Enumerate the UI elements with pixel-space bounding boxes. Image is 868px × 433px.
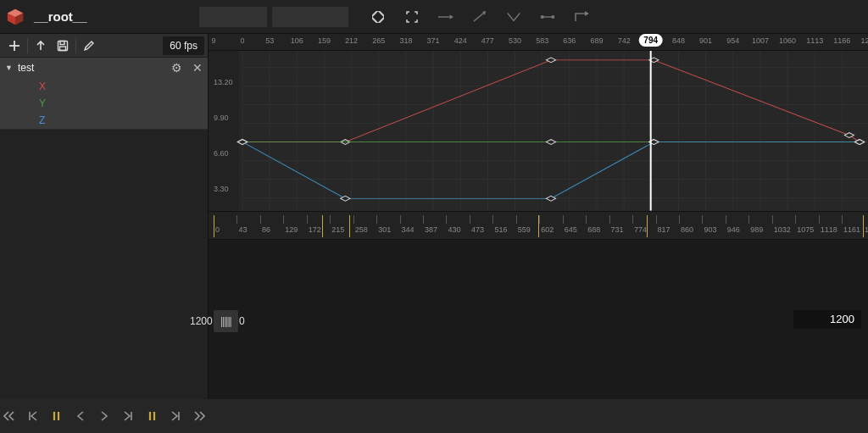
svg-rect-54 [546, 140, 555, 145]
chevron-down-icon: ▼ [5, 64, 13, 72]
sidebar: 60 fps ▼ test ⚙ ✕ X Y Z [0, 34, 209, 399]
tangent-step-out-icon[interactable] [574, 9, 589, 25]
track-axis-z[interactable]: Z [0, 112, 208, 129]
svg-rect-12 [60, 41, 64, 44]
keyframe-icon[interactable] [370, 9, 386, 25]
bottom-bar [0, 399, 868, 433]
tangent-step-in-icon[interactable] [540, 9, 555, 25]
edit-icon[interactable] [78, 36, 100, 56]
track-group: ▼ test ⚙ ✕ X Y Z [0, 58, 208, 130]
top-toolbar: __root__ [0, 0, 868, 34]
toolbar-field-2[interactable] [272, 7, 348, 27]
add-icon[interactable] [3, 36, 25, 56]
tangent-flat-icon[interactable] [438, 9, 453, 25]
range-start: 0 [239, 315, 245, 327]
svg-rect-49 [546, 58, 555, 63]
range-scrubber[interactable]: ||| 0 1200 ||| [214, 310, 238, 332]
total-frames-field[interactable]: 1200 [793, 310, 861, 329]
gear-icon[interactable]: ⚙ [171, 61, 182, 75]
svg-point-7 [541, 15, 543, 18]
app-logo-icon [5, 7, 25, 27]
next-key-accent-icon[interactable] [144, 408, 159, 424]
svg-rect-13 [60, 47, 66, 51]
svg-point-8 [551, 15, 554, 18]
close-icon[interactable]: ✕ [192, 61, 203, 75]
prev-key-icon[interactable] [25, 408, 41, 424]
goto-end-icon[interactable] [192, 408, 207, 424]
sidebar-toolbar: 60 fps [0, 34, 208, 58]
svg-rect-3 [372, 11, 384, 23]
transport-controls [0, 408, 209, 424]
frame-select-icon[interactable] [404, 9, 420, 25]
workspace: 794 905310615921226531837142447753058363… [209, 34, 868, 399]
tangent-broken-icon[interactable] [506, 9, 521, 25]
track-axis-y[interactable]: Y [0, 95, 208, 112]
upload-icon[interactable] [30, 36, 52, 56]
sidebar-empty [0, 130, 208, 399]
prev-key-accent-icon[interactable] [49, 408, 64, 424]
save-icon[interactable] [52, 36, 74, 56]
range-handle-right-icon[interactable]: ||| [225, 315, 231, 327]
range-end: 1200 [190, 315, 213, 327]
timeline-ruler[interactable]: 794 905310615921226531837142447753058363… [209, 34, 868, 51]
goto-start-icon[interactable] [2, 408, 17, 424]
step-back-icon[interactable] [73, 408, 88, 424]
toolbar-field-1[interactable] [199, 7, 267, 27]
mini-ruler[interactable]: 0438612917221525830134438743047351655960… [209, 211, 868, 240]
play-icon[interactable] [97, 408, 112, 424]
svg-line-5 [474, 13, 484, 21]
page-title: __root__ [34, 9, 87, 24]
step-fwd-icon[interactable] [120, 408, 136, 424]
tangent-linear-icon[interactable] [472, 9, 487, 25]
fps-display[interactable]: 60 fps [163, 36, 204, 55]
track-header[interactable]: ▼ test ⚙ ✕ [0, 58, 208, 78]
track-name: test [18, 62, 166, 74]
track-axis-x[interactable]: X [0, 78, 208, 95]
next-key-icon[interactable] [168, 408, 183, 424]
curve-editor[interactable]: 13.209.906.603.300.00-3.30-6.60-9.90 [209, 51, 868, 211]
playhead-indicator[interactable]: 794 [638, 34, 663, 47]
